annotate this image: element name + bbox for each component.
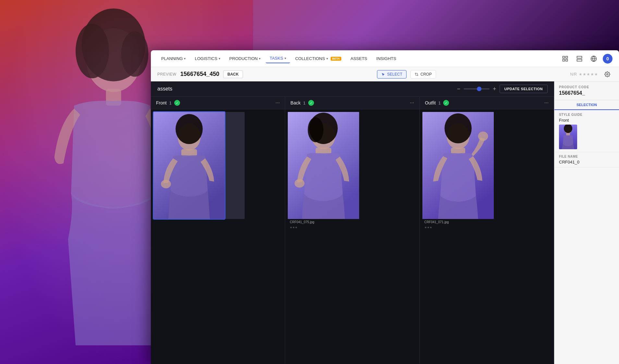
- production-chevron: ▾: [259, 57, 261, 60]
- file-name-value: CRF041_0: [559, 160, 614, 164]
- update-selection-button[interactable]: UPDATE SELECTION: [500, 85, 548, 93]
- svg-point-0: [86, 28, 141, 92]
- svg-rect-9: [563, 59, 565, 61]
- front-check-icon: ✓: [174, 100, 180, 106]
- front-column-title: Front: [156, 100, 167, 105]
- content-area: assets − + UPDATE SELECTION Front 1: [151, 81, 619, 364]
- outfit-filename-1: CRF041_071.jpg: [422, 219, 494, 225]
- nav-bar: PLANNING ▾ LOGISTICS ▾ PRODUCTION ▾ TASK…: [151, 50, 619, 67]
- cursor-icon: [381, 72, 385, 76]
- asset-area-header: assets − + UPDATE SELECTION: [151, 81, 554, 97]
- back-column-title: Back: [290, 100, 300, 105]
- svg-point-3: [121, 31, 148, 77]
- back-more-button[interactable]: ···: [410, 100, 414, 106]
- svg-point-30: [478, 132, 488, 141]
- svg-rect-10: [566, 59, 568, 61]
- tasks-chevron: ▾: [285, 56, 286, 60]
- nav-item-assets[interactable]: ASSETS: [346, 54, 371, 63]
- outfit-column-header: Outfit 1 ✓ ···: [420, 97, 554, 109]
- asset-area: assets − + UPDATE SELECTION Front 1: [151, 81, 554, 364]
- nav-item-insights[interactable]: INSIGHTS: [372, 54, 400, 63]
- product-code-section: PRODUCT CODE 15667654_: [554, 81, 619, 100]
- asset-column-front: Front 1 ✓ ···: [151, 97, 285, 364]
- preview-label: PREVIEW: [157, 72, 176, 77]
- outfit-image-grid: CRF041_071.jpg ★★★: [420, 109, 554, 364]
- svg-rect-7: [563, 56, 565, 58]
- outfit-stars-1: ★★★: [422, 225, 494, 231]
- globe-icon[interactable]: [589, 54, 599, 64]
- svg-point-17: [176, 114, 203, 144]
- back-button[interactable]: BACK: [223, 70, 243, 78]
- zoom-slider[interactable]: [464, 88, 490, 90]
- nav-item-production[interactable]: PRODUCTION ▾: [225, 54, 264, 63]
- svg-rect-12: [577, 59, 582, 61]
- nav-item-collections[interactable]: COLLECTIONS ▾ BETA: [291, 54, 346, 63]
- front-count: 1: [169, 101, 172, 105]
- svg-rect-4: [106, 89, 121, 105]
- zoom-minus[interactable]: −: [457, 86, 461, 92]
- front-more-button[interactable]: ···: [275, 100, 280, 106]
- asset-column-outfit: Outfit 1 ✓ ···: [420, 97, 554, 364]
- outfit-check-icon: ✓: [443, 100, 449, 106]
- back-filename-1: CRF041_075.jpg: [288, 219, 359, 225]
- collections-chevron: ▾: [326, 57, 328, 60]
- back-image-grid: CRF041_075.jpg ★★★: [285, 109, 419, 364]
- style-guide-label: STYLE GUIDE: [559, 113, 614, 116]
- back-check-icon: ✓: [308, 100, 314, 106]
- nav-item-logistics[interactable]: LOGISTICS ▾: [191, 54, 224, 63]
- settings-icon[interactable]: [602, 69, 613, 79]
- outfit-column-title: Outfit: [425, 100, 436, 105]
- asset-columns: Front 1 ✓ ···: [151, 97, 554, 364]
- rating-area: N/R ★★★★★: [570, 72, 598, 77]
- nav-item-planning[interactable]: PLANNING ▾: [157, 54, 189, 63]
- outfit-more-button[interactable]: ···: [544, 100, 549, 106]
- nav-item-tasks[interactable]: TASKS ▾: [266, 54, 290, 63]
- back-model-svg: [288, 112, 359, 219]
- zoom-plus[interactable]: +: [493, 86, 496, 92]
- front-image-row: [153, 112, 282, 219]
- svg-point-19: [161, 180, 171, 188]
- header-controls: − + UPDATE SELECTION: [457, 85, 548, 93]
- beta-badge: BETA: [331, 57, 342, 61]
- nav-items: PLANNING ▾ LOGISTICS ▾ PRODUCTION ▾ TASK…: [157, 54, 400, 63]
- outfit-image-1[interactable]: CRF041_071.jpg ★★★: [422, 112, 494, 231]
- layout-icon[interactable]: [574, 54, 585, 64]
- user-avatar[interactable]: 0: [603, 54, 613, 64]
- svg-point-2: [76, 24, 109, 78]
- svg-point-28: [444, 113, 472, 143]
- style-guide-value: Front: [559, 118, 614, 123]
- selection-tab[interactable]: SELECTION: [554, 100, 619, 110]
- back-stars-1: ★★★: [288, 225, 359, 231]
- style-guide-thumbnail[interactable]: [559, 125, 577, 149]
- file-name-section: FILE NAME CRF041_0: [554, 152, 619, 167]
- selection-tabs: SELECTION: [554, 100, 619, 110]
- product-code-value: 15667654_: [559, 90, 614, 96]
- outfit-model-svg: [422, 112, 494, 219]
- rating-value: N/R: [570, 72, 577, 77]
- front-model-svg: [153, 112, 225, 219]
- svg-rect-29: [451, 148, 465, 154]
- back-image-1[interactable]: CRF041_075.jpg ★★★: [288, 112, 359, 231]
- grid-view-icon[interactable]: [560, 54, 570, 64]
- front-image-grid: [151, 109, 285, 364]
- crop-tool-button[interactable]: CROP: [410, 70, 436, 79]
- app-window: SHARE PLANNING ▾ LOGISTICS ▾ PRODUCTION …: [151, 50, 619, 364]
- asset-column-back: Back 1 ✓ ···: [285, 97, 419, 364]
- front-image-scroll[interactable]: [225, 112, 245, 219]
- outfit-count: 1: [438, 101, 441, 105]
- svg-point-25: [295, 179, 305, 188]
- star-rating: ★★★★★: [579, 72, 598, 77]
- front-image-1[interactable]: [153, 112, 225, 219]
- logistics-chevron: ▾: [219, 57, 220, 60]
- crop-icon: [415, 72, 419, 76]
- asset-title: assets: [157, 86, 172, 92]
- nav-right: 0: [560, 54, 613, 64]
- style-guide-section: STYLE GUIDE Front: [554, 110, 619, 152]
- select-tool-button[interactable]: SELECT: [377, 70, 407, 79]
- svg-rect-18: [181, 149, 197, 156]
- svg-rect-8: [566, 56, 568, 58]
- svg-point-1: [82, 8, 145, 81]
- zoom-slider-thumb: [477, 87, 481, 91]
- toolbar-bar: PREVIEW 15667654_450 BACK SELECT CROP N/…: [151, 67, 619, 81]
- svg-point-14: [607, 73, 608, 75]
